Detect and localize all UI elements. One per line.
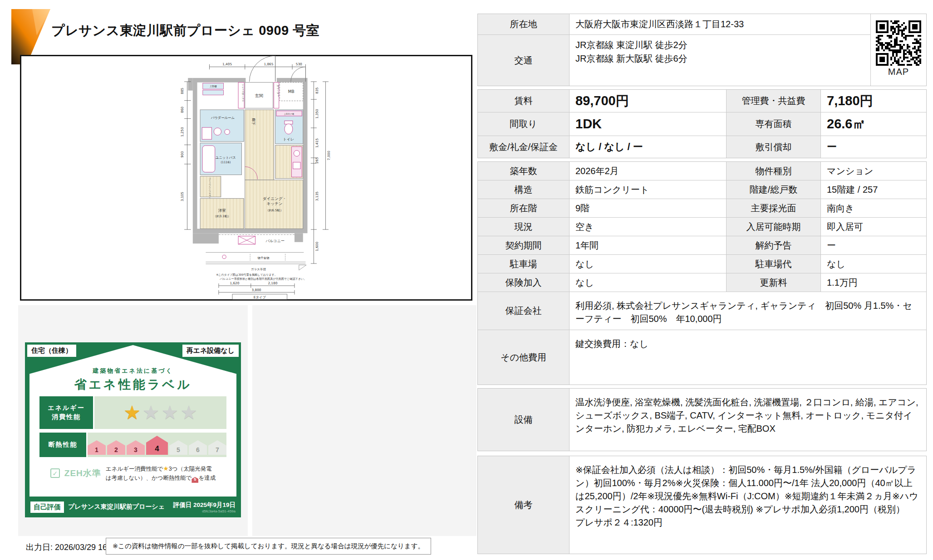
label-built: 築年数	[478, 162, 570, 180]
svg-text:900: 900	[180, 151, 184, 157]
label-area: 専有面積	[727, 112, 821, 136]
svg-text:530: 530	[295, 62, 302, 66]
svg-text:(1116): (1116)	[221, 161, 231, 164]
svg-text:※このタイプ図は309号室を掲載しております。: ※このタイプ図は309号室を掲載しております。	[216, 273, 277, 277]
label-deposit: 敷金/礼金/保証金	[478, 136, 570, 158]
svg-text:2,180: 2,180	[268, 281, 277, 285]
self-eval-badge: 自己評価	[30, 502, 64, 513]
value-structure: 鉄筋コンクリート	[570, 180, 727, 199]
value-access: JR京都線 東淀川駅 徒歩2分 JR京都線 新大阪駅 徒歩6分	[570, 35, 871, 86]
label-contract-term: 契約期間	[478, 236, 570, 255]
svg-text:キッチン: キッチン	[266, 201, 282, 206]
insulation-level-5: 5	[169, 440, 187, 455]
housing-type-tag: 住宅（住棟）	[27, 345, 76, 357]
label-access: 交通	[478, 35, 570, 86]
label-management-fee: 管理費・共益費	[727, 90, 821, 112]
room-powder: パウダールーム	[200, 110, 244, 141]
property-info-table: 所在地 大阪府大阪市東淀川区西淡路１丁目12-33 MAP 交通 JR京都線 東…	[477, 14, 927, 554]
section-remarks: 備考 ※保証会社加入必須（法人は相談）：初回50%・毎月1.5%/外国籍（グロー…	[477, 456, 927, 554]
value-deposit: なし / なし / ー	[570, 136, 727, 158]
energy-label-title: 省エネ性能ラベル	[29, 376, 236, 393]
property-flyer-page: プレサンス東淀川駅前プローシェ 0909 号室 1,405 1,865 530	[0, 0, 933, 560]
label-location: 所在地	[478, 14, 570, 35]
star-empty-icon: ★	[142, 403, 160, 422]
building-name: プレサンス東淀川駅前プローシェ	[68, 503, 169, 511]
svg-text:ウォークインクロゼット: ウォークインクロゼット	[209, 178, 211, 200]
svg-text:3,800: 3,800	[251, 288, 261, 292]
value-amortization: ー	[821, 136, 926, 158]
label-renewal-fee: 更新料	[727, 273, 821, 292]
value-built: 2026年2月	[570, 162, 727, 180]
label-other-cost: その他費用	[478, 330, 570, 385]
section-facilities: 設備 温水洗浄便座, 浴室乾燥機, 洗髪洗面化粧台, 洗濯機置場, ２口コンロ,…	[477, 388, 927, 451]
label-layout: 間取り	[478, 112, 570, 136]
svg-text:上部吊戸棚: 上部吊戸棚	[284, 113, 294, 115]
eval-code: d5fc3a4a-5a51-459a	[202, 509, 236, 513]
value-guarantor: 利用必須, 株式会社プレサンスギャランティ, ギャランティ 初回50% 月1.5…	[570, 292, 926, 330]
corridor: 廊下	[245, 110, 274, 180]
svg-text:バルコニー手摺形状と種別は各階平面図及び立面図でご確認下さい: バルコニー手摺形状と種別は各階平面図及び立面図でご確認下さい。	[219, 277, 306, 281]
qr-code[interactable]	[876, 20, 921, 66]
value-facilities: 温水洗浄便座, 浴室乾燥機, 洗髪洗面化粧台, 洗濯機置場, ２口コンロ, 給湯…	[570, 389, 926, 451]
label-insurance: 保険加入	[478, 273, 570, 292]
section-rent: 賃料 89,700円 管理費・共益費 7,180円 間取り 1DK 専有面積 2…	[477, 89, 927, 158]
insulation-level-7: 7	[208, 440, 226, 455]
left-gray-panel: 住宅（住棟） 再エネ設備なし 建築物省エネ法に基づく 省エネ性能ラベル エネルギ…	[18, 305, 248, 536]
label-parking-fee: 駐車場代	[727, 255, 821, 273]
svg-text:MB: MB	[288, 89, 294, 94]
svg-text:1,415: 1,415	[315, 138, 319, 148]
value-insurance: なし	[570, 273, 727, 292]
room-western: 洋室 （約3.1帖）	[200, 199, 244, 229]
map-qr-block[interactable]: MAP	[871, 14, 926, 86]
svg-text:3,135: 3,135	[315, 191, 319, 201]
value-management-fee: 7,180円	[821, 90, 926, 112]
energy-consumption-label: エネルギー 消費性能	[39, 396, 93, 429]
zeh-label: ZEH水準	[64, 467, 101, 479]
room-entrance: 玄関	[245, 83, 273, 108]
value-other-cost: 鍵交換費用：なし	[570, 330, 926, 385]
counter-strip: カウンター	[274, 83, 280, 108]
label-facilities: 設備	[478, 389, 570, 451]
insulation-level-6: 6	[189, 440, 207, 455]
svg-text:玄関: 玄関	[255, 93, 263, 98]
value-layout: 1DK	[570, 112, 727, 136]
label-facing: 主要採光面	[727, 199, 821, 218]
svg-text:Eタイプ: Eタイプ	[253, 295, 266, 299]
value-parking: なし	[570, 255, 727, 273]
value-property-type: マンション	[821, 162, 926, 180]
value-cancel-notice: ー	[821, 236, 926, 255]
mini-house-icon: 5	[192, 477, 198, 483]
dimension-right: 835 1,350 1,415 265 3,135 7,000 1,600	[310, 82, 330, 263]
energy-label-footer: 自己評価 プレサンス東淀川駅前プローシェ 評価日 2025年9月19日 d5fc…	[25, 497, 241, 517]
room-bath: ユニットバス (1116)	[200, 143, 241, 175]
floorplan-notes: ※このタイプ図は309号室を掲載しております。 バルコニー手摺形状と種別は各階平…	[216, 273, 306, 281]
star-empty-icon: ★	[162, 403, 179, 422]
svg-text:洋室: 洋室	[218, 208, 226, 213]
output-date: 出力日: 2026/03/29 16:19	[26, 542, 118, 553]
zeh-section: ✓ ZEH水準 エネルギー消費性能で★3つ（太陽光発電 は考慮しない）、かつ断熱…	[29, 464, 236, 483]
svg-text:3,105: 3,105	[180, 192, 184, 201]
svg-text:シューズボックス: シューズボックス	[242, 84, 245, 102]
value-location: 大阪府大阪市東淀川区西淡路１丁目12-33	[570, 14, 871, 35]
label-rent: 賃料	[478, 90, 570, 112]
room-mb: MB	[280, 83, 303, 101]
svg-text:1,620: 1,620	[230, 281, 239, 285]
svg-text:860: 860	[180, 107, 184, 113]
star-empty-icon: ★	[180, 403, 197, 422]
insulation-level-3: 3	[127, 440, 145, 455]
room-toilet: 上部吊戸棚 トイレ	[275, 110, 303, 144]
label-move-in: 入居可能時期	[727, 218, 821, 236]
energy-label-subtitle: 建築物省エネ法に基づく	[29, 367, 236, 375]
svg-text:パウダールーム: パウダールーム	[211, 116, 234, 120]
value-status: 空き	[570, 218, 727, 236]
svg-text:ガラス手摺: ガラス手摺	[250, 268, 266, 271]
label-remarks: 備考	[478, 456, 570, 554]
energy-label-body: 建築物省エネ法に基づく 省エネ性能ラベル エネルギー 消費性能 ★ ★ ★ ★	[29, 345, 236, 497]
label-parking: 駐車場	[478, 255, 570, 273]
kitchen-area	[275, 145, 303, 178]
section-location: 所在地 大阪府大阪市東淀川区西淡路１丁目12-33 MAP 交通 JR京都線 東…	[477, 14, 927, 86]
label-status: 現況	[478, 218, 570, 236]
value-move-in: 即入居可	[821, 218, 926, 236]
value-area: 26.6㎡	[821, 112, 926, 136]
room-dk: ダイニング・ キッチン （約6.5帖）	[245, 180, 303, 229]
